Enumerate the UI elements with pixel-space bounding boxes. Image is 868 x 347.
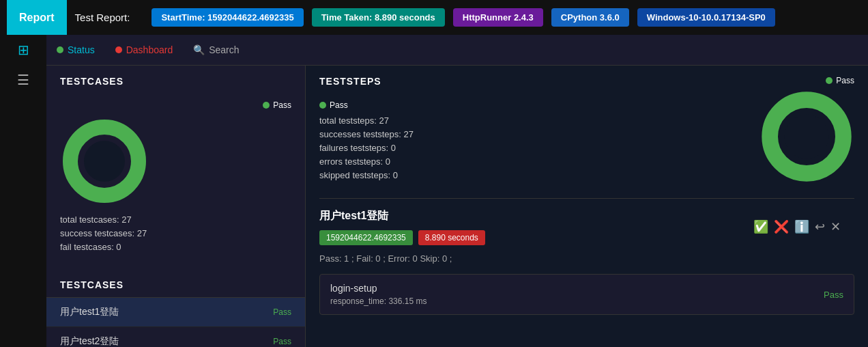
detail-stats: Pass: 1 ; Fail: 0 ; Error: 0 Skip: 0 ; bbox=[319, 253, 854, 264]
testcases-donut-chart bbox=[60, 117, 149, 206]
svg-point-3 bbox=[785, 115, 829, 159]
tc-fail: fail testcases: 0 bbox=[60, 242, 291, 252]
step-status: Pass bbox=[824, 290, 843, 300]
list-item-name-1: 用户test2登陆 bbox=[60, 335, 119, 347]
tab-dashboard-label: Dashboard bbox=[126, 44, 173, 55]
testcases-title: TESTCASES bbox=[60, 76, 291, 87]
sidebar-icon-grid[interactable]: ⊞ bbox=[18, 42, 29, 58]
sidebar-icon-menu[interactable]: ☰ bbox=[17, 72, 29, 88]
list-item-status-0: Pass bbox=[273, 307, 291, 317]
ts-success: successes teststeps: 27 bbox=[319, 129, 752, 139]
svg-point-1 bbox=[84, 141, 125, 182]
step-info: login-setup response_time: 336.15 ms bbox=[330, 283, 426, 306]
badge-python: CPython 3.6.0 bbox=[551, 8, 629, 27]
tab-search-label: Search bbox=[209, 44, 239, 55]
detail-panel: 用户test1登陆 1592044622.4692335 8.890 secon… bbox=[319, 209, 854, 315]
tab-search[interactable]: 🔍 Search bbox=[193, 44, 239, 55]
step-name: login-setup bbox=[330, 283, 426, 294]
report-button[interactable]: Report bbox=[7, 0, 67, 35]
action-icons: ✅ ❌ ℹ️ ↩ ✕ bbox=[753, 219, 841, 234]
action-x-icon[interactable]: ❌ bbox=[774, 219, 789, 234]
tc-success: success testcases: 27 bbox=[60, 228, 291, 238]
list-item-1[interactable]: 用户test2登陆 Pass bbox=[46, 327, 305, 347]
tab-status-label: Status bbox=[68, 44, 95, 55]
left-panel: TESTCASES Pass total testcases: 27 succe… bbox=[46, 66, 306, 347]
pass-legend-dot-ts bbox=[319, 102, 326, 109]
dashboard-charts: TESTCASES Pass total testcases: 27 succe… bbox=[46, 66, 305, 266]
list-scroll[interactable]: 用户test1登陆 Pass 用户test2登陆 Pass login-参数化 … bbox=[46, 298, 305, 347]
main-content: TESTCASES Pass total testcases: 27 succe… bbox=[46, 66, 868, 347]
teststeps-info: TESTSTEPS Pass total teststeps: 27 succe… bbox=[319, 76, 752, 184]
right-panel: TESTSTEPS Pass total teststeps: 27 succe… bbox=[306, 66, 868, 347]
action-check-icon[interactable]: ✅ bbox=[753, 219, 768, 234]
action-arrow-icon[interactable]: ↩ bbox=[815, 219, 825, 234]
testcases-section: TESTCASES Pass total testcases: 27 succe… bbox=[46, 66, 305, 266]
ts-total: total teststeps: 27 bbox=[319, 115, 752, 126]
search-icon: 🔍 bbox=[193, 44, 205, 55]
action-close-icon[interactable]: ✕ bbox=[830, 219, 841, 234]
ts-chart-legend-dot bbox=[826, 77, 833, 84]
pass-legend-dot-tc bbox=[263, 102, 270, 109]
ts-errors: errors teststeps: 0 bbox=[319, 156, 752, 167]
action-info-icon[interactable]: ℹ️ bbox=[794, 219, 809, 234]
ts-skipped: skipped teststeps: 0 bbox=[319, 170, 752, 180]
nav-tabs: Status Dashboard 🔍 Search bbox=[46, 35, 868, 66]
teststeps-dashboard: TESTSTEPS Pass total teststeps: 27 succe… bbox=[319, 76, 854, 184]
teststeps-donut-chart bbox=[759, 89, 854, 184]
ts-failures: failures teststeps: 0 bbox=[319, 143, 752, 153]
sidebar: ⊞ ☰ bbox=[0, 35, 46, 347]
list-header: TESTCASES bbox=[46, 273, 305, 298]
pass-legend-label-tc: Pass bbox=[273, 100, 291, 110]
list-item-name-0: 用户test1登陆 bbox=[60, 306, 119, 318]
badge-os: Windows-10-10.0.17134-SP0 bbox=[637, 8, 775, 27]
list-item-status-1: Pass bbox=[273, 337, 291, 346]
step-card: login-setup response_time: 336.15 ms Pas… bbox=[319, 274, 854, 315]
divider bbox=[319, 198, 854, 199]
list-item-0[interactable]: 用户test1登陆 Pass bbox=[46, 298, 305, 327]
badge-httprunner: HttpRunner 2.4.3 bbox=[453, 8, 543, 27]
tc-total: total testcases: 27 bbox=[60, 214, 291, 225]
testcases-list: TESTCASES 用户test1登陆 Pass 用户test2登陆 Pass … bbox=[46, 266, 305, 347]
status-dot bbox=[57, 46, 63, 53]
pass-legend-label-ts: Pass bbox=[330, 100, 348, 110]
detail-badge-time-id: 1592044622.4692335 bbox=[319, 230, 413, 245]
dashboard-dot bbox=[115, 46, 122, 53]
badge-start-time: StartTime: 1592044622.4692335 bbox=[151, 8, 303, 27]
ts-chart-legend-label: Pass bbox=[836, 76, 854, 85]
tab-status[interactable]: Status bbox=[57, 44, 95, 55]
tab-dashboard[interactable]: Dashboard bbox=[115, 44, 173, 55]
badge-time-taken: Time Taken: 8.890 seconds bbox=[312, 8, 445, 27]
header-title: Test Report: bbox=[75, 12, 130, 23]
teststeps-chart-container: Pass bbox=[752, 76, 854, 184]
detail-badge-duration: 8.890 seconds bbox=[418, 230, 485, 245]
step-response-time: response_time: 336.15 ms bbox=[330, 296, 426, 306]
teststeps-title: TESTSTEPS bbox=[319, 76, 752, 87]
header: Report Test Report: StartTime: 159204462… bbox=[0, 0, 868, 35]
